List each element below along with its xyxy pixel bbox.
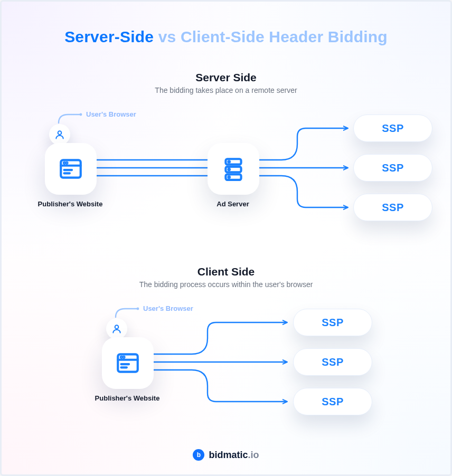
svg-point-14 — [121, 357, 122, 358]
section-client-heading: Client Side The bidding process occurs w… — [2, 265, 450, 289]
brand-footer: b bidmatic.io — [2, 449, 450, 461]
client-title: Client Side — [2, 265, 450, 278]
server-publisher-card — [45, 143, 97, 195]
browser-icon — [58, 156, 84, 182]
client-subtitle: The bidding process occurs within the us… — [2, 280, 450, 289]
user-icon — [106, 318, 127, 339]
client-ssp-3: SSP — [293, 388, 372, 415]
server-icon — [220, 156, 247, 182]
brand-logo-icon: b — [193, 449, 204, 461]
svg-point-4 — [66, 163, 67, 164]
svg-point-8 — [228, 161, 230, 163]
title-accent: Server-Side — [64, 28, 154, 45]
server-ssp-1: SSP — [353, 115, 432, 142]
client-ssp-2: SSP — [293, 348, 372, 376]
client-user-caption: User's Browser — [143, 304, 193, 312]
svg-point-11 — [137, 308, 139, 310]
server-publisher-label: Publisher's Website — [17, 200, 123, 208]
section-server-heading: Server Side The bidding takes place on a… — [2, 71, 450, 94]
server-adserver-label: Ad Server — [180, 200, 286, 208]
user-icon — [49, 124, 70, 145]
server-user-caption: User's Browser — [86, 110, 136, 118]
page-title: Server-Side vs Client-Side Header Biddin… — [2, 28, 450, 46]
svg-point-15 — [123, 357, 124, 358]
diagram-frame: { "title": { "part1": "Server-Side", "pa… — [0, 0, 452, 476]
server-ssp-3: SSP — [353, 194, 432, 221]
server-ssp-2: SSP — [353, 154, 432, 182]
client-ssp-1: SSP — [293, 309, 372, 336]
client-publisher-label: Publisher's Website — [74, 394, 180, 402]
svg-point-1 — [58, 131, 62, 135]
svg-point-10 — [228, 176, 230, 178]
server-subtitle: The bidding takes place on a remote serv… — [2, 86, 450, 94]
svg-point-12 — [115, 325, 119, 329]
server-title: Server Side — [2, 71, 450, 84]
client-publisher-card — [102, 337, 154, 389]
server-adserver-card — [208, 143, 259, 195]
browser-icon — [115, 350, 141, 376]
svg-point-0 — [80, 113, 82, 116]
brand-name: bidmatic — [209, 450, 248, 460]
svg-point-3 — [64, 163, 65, 164]
title-soft: vs Client-Side Header Bidding — [154, 28, 388, 45]
brand-tld: .io — [248, 450, 259, 460]
svg-point-9 — [228, 169, 230, 170]
